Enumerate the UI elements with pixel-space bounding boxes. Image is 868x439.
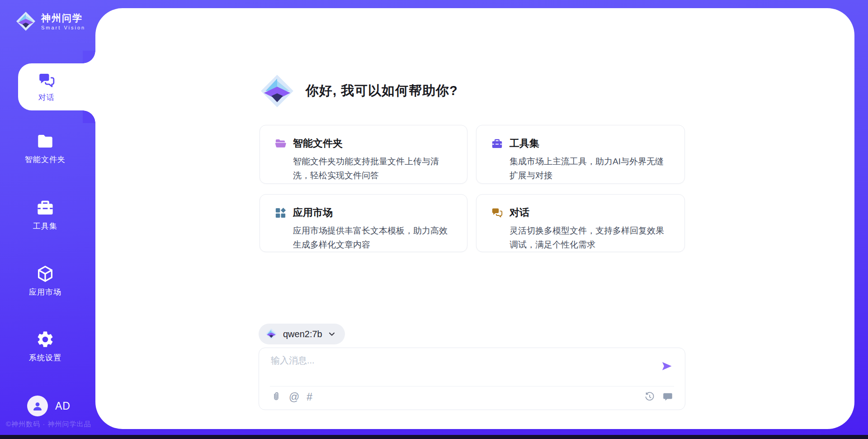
composer-divider <box>270 386 674 387</box>
app-logo: 神州问学 Smart Vision <box>15 10 85 32</box>
card-title: 工具集 <box>509 137 539 150</box>
sidebar-item-label: 工具集 <box>33 221 57 231</box>
feature-card-toolset[interactable]: 工具集 集成市场上主流工具，助力AI与外界无缝扩展与对接 <box>476 125 685 184</box>
cube-icon <box>36 264 55 283</box>
app-window: 神州问学 Smart Vision 对话 智能文件夹 工具集 <box>0 0 868 439</box>
tab-fillet-top <box>83 51 95 63</box>
at-icon[interactable]: @ <box>289 391 299 402</box>
chevron-down-icon <box>327 329 337 339</box>
message-composer: @ # <box>259 348 685 410</box>
feature-card-chat[interactable]: 对话 灵活切换多模型文件，支持多样回复效果调试，满足个性化需求 <box>476 194 685 252</box>
user-initials: AD <box>55 400 71 412</box>
paperclip-icon[interactable] <box>271 391 282 402</box>
sidebar-item-app-market[interactable]: 应用市场 <box>9 264 81 297</box>
sidebar-item-label: 对话 <box>38 92 55 103</box>
card-description: 应用市场提供丰富长文本模板，助力高效生成多样化文章内容 <box>293 224 451 252</box>
gear-icon <box>36 330 55 349</box>
toolbox-icon <box>491 138 503 150</box>
sidebar-item-toolset[interactable]: 工具集 <box>9 198 81 231</box>
market-grid-icon <box>274 207 287 219</box>
sidebar-item-label: 应用市场 <box>29 287 61 297</box>
card-description: 灵活切换多模型文件，支持多样回复效果调试，满足个性化需求 <box>509 224 668 252</box>
card-title: 智能文件夹 <box>293 137 343 150</box>
history-icon[interactable] <box>644 391 655 402</box>
card-title: 应用市场 <box>293 206 333 220</box>
sidebar-item-label: 系统设置 <box>29 353 61 363</box>
tab-fillet-bottom <box>83 110 95 123</box>
sidebar-item-label: 智能文件夹 <box>25 154 66 165</box>
toolbox-icon <box>36 198 55 217</box>
greeting-title: 你好, 我可以如何帮助你? <box>306 82 458 100</box>
feature-card-app-market[interactable]: 应用市场 应用市场提供丰富长文本模板，助力高效生成多样化文章内容 <box>259 194 467 252</box>
card-description: 集成市场上主流工具，助力AI与外界无缝扩展与对接 <box>509 154 668 182</box>
send-icon[interactable] <box>660 360 673 372</box>
model-name: qwen2:7b <box>283 329 322 339</box>
folder-icon <box>274 138 287 150</box>
greeting-block: 你好, 我可以如何帮助你? <box>259 72 458 110</box>
brand-subtitle: Smart Vision <box>41 25 85 30</box>
brand-diamond-icon <box>265 328 278 340</box>
comment-icon[interactable] <box>662 391 673 402</box>
sidebar-item-settings[interactable]: 系统设置 <box>9 330 81 363</box>
sidebar-item-chat[interactable]: 对话 <box>18 63 95 110</box>
sidebar-footer: ©神州数码 · 神州问学出品 <box>6 420 91 429</box>
brand-name: 神州问学 <box>41 13 85 24</box>
card-title: 对话 <box>509 206 529 220</box>
bottom-edge-bar <box>0 435 868 439</box>
avatar <box>27 396 48 416</box>
model-selector[interactable]: qwen2:7b <box>259 324 345 344</box>
message-input[interactable] <box>270 353 660 383</box>
hash-icon[interactable]: # <box>307 391 312 402</box>
sidebar-item-smart-folders[interactable]: 智能文件夹 <box>9 132 81 165</box>
user-profile[interactable]: AD <box>27 396 71 416</box>
chat-icon <box>491 207 503 219</box>
feature-card-smart-folders[interactable]: 智能文件夹 智能文件夹功能支持批量文件上传与清洗，轻松实现文件问答 <box>259 125 467 184</box>
brand-diamond-icon <box>259 72 296 110</box>
brand-diamond-icon <box>15 10 37 32</box>
folder-icon <box>36 132 55 151</box>
person-icon <box>31 399 44 413</box>
chat-icon <box>38 72 56 90</box>
card-description: 智能文件夹功能支持批量文件上传与清洗，轻松实现文件问答 <box>293 154 451 182</box>
